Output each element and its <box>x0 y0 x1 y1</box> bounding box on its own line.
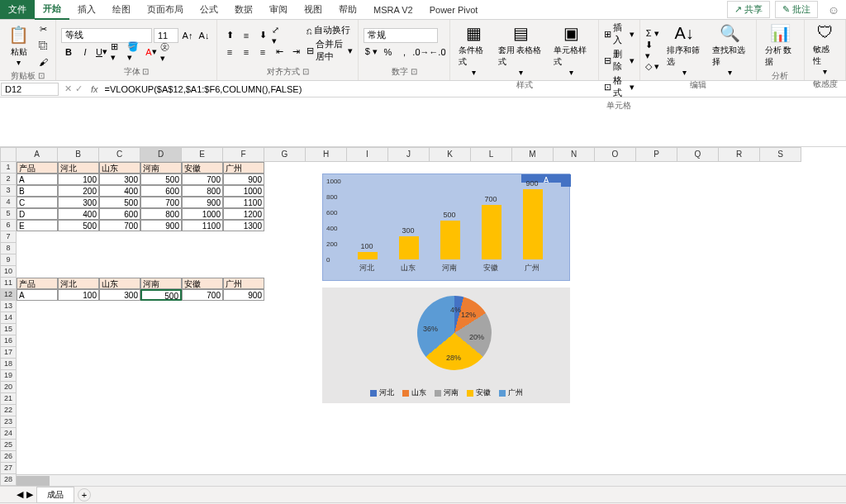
cell[interactable]: B <box>17 185 58 197</box>
insert-cells-button[interactable]: ⊞ 插入 ▾ <box>604 21 634 46</box>
row-header[interactable]: 21 <box>0 393 17 405</box>
row-header[interactable]: 1 <box>0 162 17 174</box>
percent-icon[interactable]: % <box>380 45 395 59</box>
tab-view[interactable]: 视图 <box>296 0 330 19</box>
align-top-icon[interactable]: ⬆ <box>222 28 237 43</box>
col-header[interactable]: L <box>471 147 512 162</box>
paste-button[interactable]: 📋粘贴 ▾ <box>5 23 32 69</box>
cell[interactable]: 300 <box>99 174 140 185</box>
font-color-icon[interactable]: A ▾ <box>144 45 159 59</box>
name-box[interactable] <box>1 83 59 96</box>
clear-icon[interactable]: ◇ ▾ <box>645 59 660 74</box>
cell[interactable]: 1100 <box>182 220 223 231</box>
cell-style-button[interactable]: ▣单元格样式 ▾ <box>550 21 593 78</box>
row-header[interactable]: 6 <box>0 220 17 231</box>
row-header[interactable]: 27 <box>0 463 17 474</box>
cell[interactable]: 产品 <box>17 278 58 289</box>
row-header[interactable]: 13 <box>0 301 17 312</box>
col-header[interactable]: I <box>347 147 388 162</box>
col-header[interactable]: P <box>636 147 677 162</box>
col-header[interactable]: K <box>430 147 471 162</box>
cell[interactable]: 700 <box>99 220 140 231</box>
col-header[interactable]: G <box>264 147 306 162</box>
comment-button[interactable]: ✎ 批注 <box>775 1 818 18</box>
col-header[interactable]: N <box>554 147 595 162</box>
row-header[interactable]: 28 <box>0 474 17 486</box>
cell[interactable]: 900 <box>223 174 264 185</box>
bold-icon[interactable]: B <box>61 45 76 59</box>
col-header[interactable]: J <box>388 147 430 162</box>
phonetic-icon[interactable]: ㉆ ▾ <box>160 45 175 59</box>
row-header[interactable]: 10 <box>0 266 17 278</box>
indent-dec-icon[interactable]: ⇤ <box>272 45 287 59</box>
cell[interactable]: 600 <box>99 208 140 220</box>
sensitivity-button[interactable]: 🛡敏感 性 ▾ <box>810 21 840 78</box>
row-header[interactable]: 24 <box>0 428 17 440</box>
dec-decimal-icon[interactable]: ←.0 <box>430 45 444 59</box>
cell[interactable]: 400 <box>99 185 140 197</box>
cell[interactable]: 700 <box>140 197 182 208</box>
table-format-button[interactable]: ▤套用 表格格式 ▾ <box>495 21 547 78</box>
row-header[interactable]: 2 <box>0 174 17 185</box>
decrease-font-icon[interactable]: A↓ <box>197 28 212 43</box>
inc-decimal-icon[interactable]: .0→ <box>413 45 428 59</box>
increase-font-icon[interactable]: A↑ <box>180 28 195 43</box>
merge-center-button[interactable]: ⊟合并后居中 ▾ <box>307 38 353 63</box>
row-header[interactable]: 7 <box>0 231 17 243</box>
feedback-icon[interactable]: ☺ <box>828 3 839 17</box>
col-header[interactable]: C <box>99 147 140 162</box>
tab-file[interactable]: 文件 <box>0 0 35 19</box>
cell[interactable]: 900 <box>182 197 223 208</box>
find-select-button[interactable]: 🔍查找和选择 ▾ <box>709 21 751 78</box>
cell[interactable]: 河北 <box>58 162 99 174</box>
cell[interactable]: 1100 <box>223 197 264 208</box>
cell[interactable]: D <box>17 208 58 220</box>
cell[interactable]: 200 <box>58 185 99 197</box>
analyze-button[interactable]: 📊分析 数据 <box>762 21 800 69</box>
row-header[interactable]: 17 <box>0 347 17 359</box>
col-header[interactable]: Q <box>677 147 719 162</box>
cell[interactable]: 河南 <box>140 162 182 174</box>
cell[interactable]: C <box>17 197 58 208</box>
cell[interactable]: 1200 <box>223 208 264 220</box>
row-header[interactable]: 12 <box>0 289 17 301</box>
border-icon[interactable]: ⊞ ▾ <box>111 45 126 59</box>
enter-formula-icon[interactable]: ✓ <box>75 83 83 94</box>
row-header[interactable]: 20 <box>0 382 17 393</box>
fill-color-icon[interactable]: 🪣 ▾ <box>127 45 142 59</box>
tab-pivot[interactable]: Power Pivot <box>421 2 487 18</box>
cell[interactable]: 1000 <box>182 208 223 220</box>
align-middle-icon[interactable]: ≡ <box>239 28 254 43</box>
row-header[interactable]: 23 <box>0 416 17 428</box>
delete-cells-button[interactable]: ⊟ 删除 ▾ <box>604 48 634 73</box>
row-header[interactable]: 18 <box>0 359 17 370</box>
wrap-text-button[interactable]: ⎌自动换行 <box>307 24 353 36</box>
cell[interactable]: 600 <box>140 185 182 197</box>
cell[interactable]: 500 <box>58 220 99 231</box>
cell[interactable]: 900 <box>223 289 264 301</box>
cell[interactable]: 100 <box>58 289 99 301</box>
format-painter-icon[interactable]: 🖌 <box>36 55 50 69</box>
cell[interactable]: 安徽 <box>182 162 223 174</box>
cell[interactable]: A <box>17 174 58 185</box>
sheet-tab[interactable]: 成品 <box>36 487 74 503</box>
cell[interactable]: 1000 <box>223 185 264 197</box>
cell[interactable]: E <box>17 220 58 231</box>
fill-icon[interactable]: ⬇ ▾ <box>645 43 660 58</box>
select-all-corner[interactable] <box>0 147 17 162</box>
align-left-icon[interactable]: ≡ <box>222 45 237 59</box>
row-header[interactable]: 8 <box>0 243 17 254</box>
cell[interactable]: 广州 <box>223 278 264 289</box>
tab-home[interactable]: 开始 <box>35 0 69 20</box>
tab-insert[interactable]: 插入 <box>69 0 104 19</box>
horizontal-scrollbar[interactable] <box>17 474 846 486</box>
col-header[interactable]: S <box>760 147 801 162</box>
cell[interactable]: 700 <box>182 289 223 301</box>
col-header[interactable]: O <box>595 147 636 162</box>
cell[interactable]: 广州 <box>223 162 264 174</box>
col-header[interactable]: B <box>58 147 99 162</box>
row-header[interactable]: 16 <box>0 335 17 347</box>
fx-icon[interactable]: fx <box>88 84 102 94</box>
row-header[interactable]: 15 <box>0 324 17 335</box>
col-header[interactable]: F <box>223 147 264 162</box>
